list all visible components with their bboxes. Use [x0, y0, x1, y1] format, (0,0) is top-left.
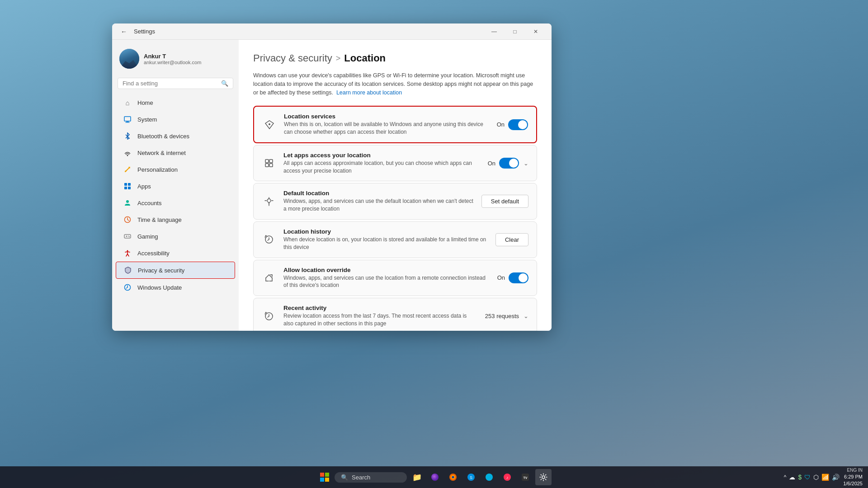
sidebar-item-update[interactable]: Windows Update	[116, 279, 235, 296]
default-location-icon	[262, 194, 276, 209]
svg-point-29	[486, 474, 493, 481]
location-history-text: Location history When device location is…	[283, 228, 488, 251]
taskbar-settings-active[interactable]	[535, 469, 552, 485]
sidebar-item-label: Network & internet	[137, 150, 186, 156]
sidebar-item-time[interactable]: Time & language	[116, 211, 235, 228]
taskbar-datetime[interactable]: ENG IN 6:29 PM 1/6/2025	[843, 467, 863, 488]
requests-count: 253 requests	[485, 313, 519, 319]
bluetooth-icon	[123, 131, 132, 141]
maximize-button[interactable]: □	[505, 23, 525, 40]
sidebar-item-accessibility[interactable]: Accessibility	[116, 245, 235, 261]
location-services-toggle-wrap: On	[497, 119, 528, 130]
svg-rect-0	[124, 117, 131, 121]
location-history-card: Location history When device location is…	[253, 221, 537, 258]
taskbar-search-label: Search	[352, 474, 370, 481]
recent-activity-card: Recent activity Review location access f…	[253, 298, 537, 331]
location-override-action: On	[497, 272, 528, 283]
default-location-row: Default location Windows, apps, and serv…	[254, 183, 537, 219]
learn-more-link[interactable]: Learn more about location	[336, 89, 402, 96]
svg-rect-19	[269, 164, 273, 167]
taskbar-search-icon: 🔍	[341, 474, 348, 481]
taskbar-date-display: 1/6/2025	[843, 480, 863, 487]
location-services-row: Location services When this is on, locat…	[254, 107, 536, 142]
search-input[interactable]	[123, 80, 217, 87]
svg-rect-5	[128, 183, 131, 186]
location-override-toggle[interactable]	[509, 272, 528, 283]
tray-bluetooth-icon[interactable]: ⬡	[813, 474, 819, 481]
location-history-title: Location history	[283, 228, 488, 235]
location-services-toggle[interactable]	[508, 119, 528, 130]
location-override-icon	[262, 271, 276, 285]
let-apps-icon	[262, 156, 276, 170]
taskbar-apple-tv[interactable]: TV	[517, 469, 533, 485]
svg-point-3	[127, 155, 128, 156]
taskbar-vpn[interactable]: S	[463, 469, 479, 485]
default-location-card: Default location Windows, apps, and serv…	[253, 183, 537, 220]
home-icon: ⌂	[123, 98, 132, 107]
svg-point-20	[267, 199, 271, 202]
default-location-desc: Windows, apps, and services can use the …	[283, 197, 474, 213]
location-services-action: On	[497, 119, 528, 130]
tray-chevron[interactable]: ^	[784, 474, 787, 480]
sidebar-item-bluetooth[interactable]: Bluetooth & devices	[116, 128, 235, 144]
minimize-button[interactable]: —	[484, 23, 505, 40]
sidebar-item-privacy[interactable]: Privacy & security	[116, 262, 235, 279]
sidebar-item-accounts[interactable]: Accounts	[116, 195, 235, 211]
tray-shield-icon[interactable]: 🛡	[804, 474, 811, 481]
avatar-image	[119, 49, 139, 69]
time-icon	[123, 215, 132, 224]
sidebar-item-label: Accounts	[137, 200, 161, 206]
sidebar-item-personalization[interactable]: Personalization	[116, 161, 235, 178]
sidebar-item-label: Windows Update	[137, 284, 182, 291]
sidebar-item-apps[interactable]: Apps	[116, 178, 235, 194]
recent-activity-expand-chevron[interactable]: ⌄	[524, 313, 528, 319]
recent-activity-icon	[262, 309, 276, 324]
taskbar-firefox[interactable]	[445, 469, 461, 485]
svg-point-13	[127, 250, 128, 252]
user-section: Ankur T ankur.writer@outlook.com	[112, 43, 239, 76]
taskbar-msedge[interactable]	[427, 469, 443, 485]
settings-window: ← Settings — □ ✕ Ankur T ankur.writer@ou…	[112, 23, 552, 331]
set-default-button[interactable]: Set default	[481, 195, 528, 208]
svg-point-12	[129, 236, 130, 237]
let-apps-card: Let apps access your location All apps c…	[253, 145, 537, 182]
recent-activity-title: Recent activity	[283, 305, 478, 311]
tray-volume-icon[interactable]: 🔊	[832, 474, 840, 481]
main-content: Privacy & security > Location Windows ca…	[239, 40, 552, 331]
taskbar-search[interactable]: 🔍 Search	[335, 472, 407, 483]
privacy-icon	[123, 266, 132, 275]
sidebar-item-home[interactable]: ⌂ Home	[116, 94, 235, 111]
default-location-title: Default location	[283, 190, 474, 197]
tray-cloud-icon[interactable]: ☁	[789, 474, 795, 481]
back-button[interactable]: ←	[118, 25, 130, 38]
svg-text:TV: TV	[524, 476, 528, 479]
sidebar-item-system[interactable]: System	[116, 111, 235, 127]
taskbar-right: ^ ☁ $ 🛡 ⬡ 📶 🔊 ENG IN 6:29 PM 1/6/2025	[784, 467, 863, 488]
search-box[interactable]: 🔍	[118, 78, 233, 89]
start-button[interactable]	[316, 469, 333, 485]
tray-dollar-icon[interactable]: $	[798, 474, 802, 481]
tray-wifi-icon[interactable]: 📶	[821, 474, 829, 481]
let-apps-expand-chevron[interactable]: ⌄	[524, 160, 528, 167]
svg-rect-16	[265, 160, 269, 163]
location-override-text: Allow location override Windows, apps, a…	[283, 267, 490, 290]
taskbar-browser2[interactable]	[481, 469, 497, 485]
svg-text:♪: ♪	[506, 475, 509, 480]
taskbar-music[interactable]: ♪	[499, 469, 515, 485]
svg-point-26	[452, 476, 454, 479]
location-override-toggle-label: On	[497, 274, 505, 281]
system-icon	[123, 115, 132, 124]
svg-rect-2	[125, 122, 130, 123]
sidebar-item-label: Apps	[137, 183, 151, 190]
sidebar-item-network[interactable]: Network & internet	[116, 145, 235, 161]
svg-rect-4	[124, 183, 127, 186]
let-apps-toggle[interactable]	[499, 158, 519, 169]
taskbar-file-explorer[interactable]: 📁	[409, 469, 425, 485]
avatar-mountain	[119, 58, 139, 69]
svg-rect-10	[124, 235, 131, 238]
window-controls: — □ ✕	[484, 23, 546, 40]
sidebar-item-label: Home	[137, 99, 153, 106]
close-button[interactable]: ✕	[525, 23, 546, 40]
clear-button[interactable]: Clear	[495, 233, 528, 246]
sidebar-item-gaming[interactable]: Gaming	[116, 228, 235, 244]
